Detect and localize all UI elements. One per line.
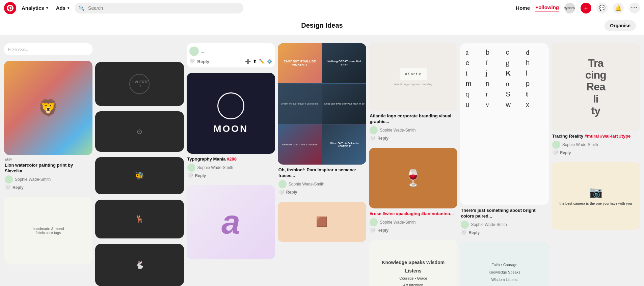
- pin-card-quotes[interactable]: EASY BUT IT WILL BE WORTH IT Nothing GRE…: [278, 43, 366, 196]
- ads-label: Ads: [56, 5, 65, 11]
- moon-text: MOON: [213, 92, 248, 134]
- reply-button-atlantic[interactable]: Reply: [377, 136, 388, 141]
- edit-icon-toolbar[interactable]: ✏️: [259, 59, 265, 64]
- pinterest-logo[interactable]: [4, 2, 16, 14]
- grid-column-2: ☽ MUERTE ☽ ⊙ 🐝: [95, 43, 184, 286]
- organise-button[interactable]: Organise: [605, 20, 636, 31]
- pin-card-rose[interactable]: 🍷 #rose #wine #packaging #taninotanino..…: [369, 148, 457, 234]
- pin-card-atlantic[interactable]: Atlantic Atlantic logo corporate brandin…: [369, 43, 457, 142]
- user-avatar-moon: [187, 164, 195, 172]
- pin-image-dark2: ⊙: [95, 111, 184, 152]
- pin-title-moon: Typography Mania #208: [187, 156, 274, 162]
- alphabet-grid: a b c d e f g h i j K l m: [465, 49, 543, 109]
- pin-card-wood[interactable]: 🟫: [278, 202, 366, 242]
- heart-icon-atlantic[interactable]: 🤍: [370, 136, 375, 141]
- chat-icon[interactable]: 💬: [597, 3, 608, 13]
- pin-card-dark1[interactable]: ☽ MUERTE ☽: [95, 62, 184, 106]
- search-input[interactable]: [75, 3, 243, 13]
- add-button[interactable]: +: [581, 3, 591, 13]
- letter-k: K: [506, 69, 524, 77]
- reply-button-lion[interactable]: Reply: [12, 185, 24, 190]
- top-navigation: Analytics ▾ Ads ▾ 🔍 Home Following Forty…: [0, 0, 644, 16]
- letter-x: x: [526, 101, 543, 109]
- letter-j: j: [486, 69, 503, 77]
- following-link[interactable]: Following: [535, 4, 559, 11]
- pin-title-font: There's just something about bright colo…: [461, 208, 548, 219]
- user-avatar-atlantic: [370, 126, 378, 134]
- tracing-text: TracingReality: [585, 57, 606, 117]
- reply-button-top[interactable]: Reply: [197, 59, 209, 64]
- pin-image-dark3: 🐝: [95, 157, 184, 194]
- heart-icon-top[interactable]: 🤍: [189, 59, 195, 64]
- pin-user-quotes: Sophie Wade-Smith: [278, 180, 366, 188]
- profile-avatar[interactable]: Forty8Creat...: [564, 3, 575, 13]
- pin-card-journal[interactable]: Faith • Courage Knowledge Speaks Wisdom …: [460, 242, 548, 286]
- rose-image: 🍷: [369, 148, 457, 208]
- reply-header: ...: [189, 47, 272, 56]
- heart-icon-moon[interactable]: 🤍: [187, 173, 193, 178]
- pin-card-lion[interactable]: 🦁 Etsy Lion watercolor painting print by…: [4, 61, 92, 192]
- letter-h: h: [526, 59, 543, 67]
- heart-icon-lion[interactable]: 🤍: [5, 185, 10, 190]
- dark-logo1-image: ☽ MUERTE ☽: [95, 62, 184, 106]
- heart-icon-font[interactable]: 🤍: [461, 230, 466, 235]
- letter-f: f: [486, 59, 503, 67]
- pin-card-fabric[interactable]: handmade & mendfabric care tags: [4, 197, 92, 264]
- pin-card-calligraphy[interactable]: Knowledge Speaks Wisdom Listens Courage …: [369, 240, 457, 286]
- pin-info-rose: #rose #wine #packaging #taninotanino... …: [369, 208, 457, 234]
- rose-emoji: 🍷: [403, 169, 423, 188]
- heart-icon-rose[interactable]: 🤍: [370, 228, 375, 233]
- pin-image-fabric: handmade & mendfabric care tags: [4, 197, 92, 264]
- home-link[interactable]: Home: [516, 5, 530, 11]
- pin-image-rose: 🍷: [369, 148, 457, 208]
- letter-b: b: [486, 49, 503, 56]
- spacer-col2: [95, 43, 184, 59]
- username-rose: Sophie Wade-Smith: [380, 220, 415, 225]
- pin-image-dark5: 🐇: [95, 244, 184, 286]
- pin-card-moon[interactable]: MOON Typography Mania #208 Sophie Wade-S…: [187, 73, 275, 180]
- reply-button-rose[interactable]: Reply: [377, 228, 388, 233]
- settings-icon-toolbar[interactable]: ⚙️: [267, 59, 272, 64]
- analytics-menu[interactable]: Analytics ▾: [19, 5, 51, 11]
- reply-button-font[interactable]: Reply: [468, 230, 480, 235]
- atlantic-text: Atlantic: [405, 72, 422, 76]
- calligraphy-sub2: Art Intention: [403, 283, 423, 286]
- pin-card-dark2[interactable]: ⊙: [95, 111, 184, 152]
- moon-inner: [222, 96, 242, 116]
- more-menu-icon[interactable]: ···: [629, 3, 640, 13]
- pin-card-purple-a[interactable]: a: [187, 185, 275, 259]
- dark-logo5-image: 🐇: [95, 244, 184, 286]
- reply-button-tracing[interactable]: Reply: [560, 150, 571, 155]
- notifications-icon[interactable]: 🔔: [613, 3, 624, 13]
- analytics-chevron-icon: ▾: [46, 6, 48, 10]
- dark-logo5-symbol: 🐇: [135, 261, 144, 269]
- camera-emoji: 📷: [559, 186, 632, 199]
- reply-button-quotes[interactable]: Reply: [286, 190, 297, 195]
- pin-card-camera[interactable]: 📷 the best camera is the one you have wi…: [552, 162, 640, 230]
- ads-menu[interactable]: Ads ▾: [53, 5, 72, 11]
- reply-button-moon[interactable]: Reply: [195, 173, 206, 178]
- letter-a: a: [465, 49, 483, 56]
- pin-info-quotes: Oh, fashion!: Para inspirar a semana: fr…: [278, 165, 366, 196]
- user-avatar-font: [461, 221, 469, 229]
- purple-a-letter: a: [221, 203, 240, 241]
- user-avatar-quotes: [278, 180, 287, 188]
- pin-card-source-overlay[interactable]: From your...: [4, 43, 92, 55]
- reply-username-top: ...: [201, 49, 204, 54]
- add-icon-toolbar[interactable]: ➕: [245, 59, 251, 64]
- heart-icon-tracing[interactable]: 🤍: [552, 150, 558, 155]
- pin-card-dark4[interactable]: 🦌: [95, 200, 184, 238]
- upload-icon-toolbar[interactable]: ⬆: [253, 59, 257, 64]
- wood-image: 🟫: [278, 202, 366, 242]
- letter-d: d: [526, 49, 543, 56]
- pin-card-reply-top: ... 🤍 Reply ➕ ⬆ ✏️ ⚙️: [187, 43, 275, 67]
- source-overlay-text: From your...: [8, 47, 88, 51]
- search-icon: 🔍: [79, 5, 84, 11]
- pin-card-font[interactable]: a b c d e f g h i j K l m: [460, 43, 548, 237]
- heart-icon-quotes[interactable]: 🤍: [278, 190, 284, 195]
- quote-cell-2: Nothing GREAT came that EASY: [322, 43, 366, 83]
- pin-card-tracing[interactable]: TracingReality Tracing Reality #mural #w…: [552, 43, 640, 157]
- camera-image: 📷 the best camera is the one you have wi…: [552, 162, 640, 230]
- pin-card-dark5[interactable]: 🐇: [95, 244, 184, 286]
- pin-card-dark3[interactable]: 🐝: [95, 157, 184, 194]
